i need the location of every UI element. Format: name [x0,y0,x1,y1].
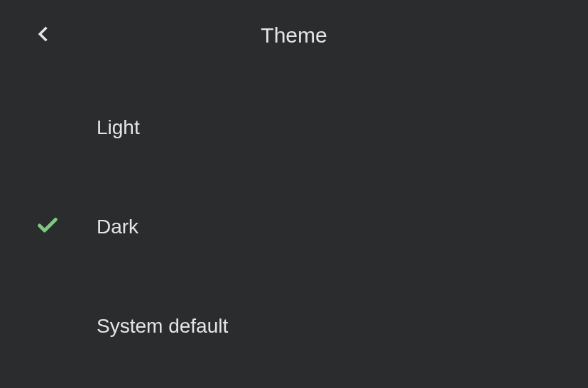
option-label: Light [97,116,140,139]
page-title: Theme [34,23,554,48]
check-container [36,313,97,340]
theme-option-light[interactable]: Light [0,78,588,177]
theme-option-system-default[interactable]: System default [0,277,588,376]
option-label: System default [97,315,228,338]
theme-option-dark[interactable]: Dark [0,177,588,277]
chevron-left-icon [34,24,54,47]
header: Theme [0,0,588,71]
option-label: Dark [97,216,138,238]
check-icon [36,214,60,240]
check-container [36,214,97,240]
theme-options-list: Light Dark System default [0,71,588,383]
check-container [36,114,97,141]
back-button[interactable] [34,24,54,47]
